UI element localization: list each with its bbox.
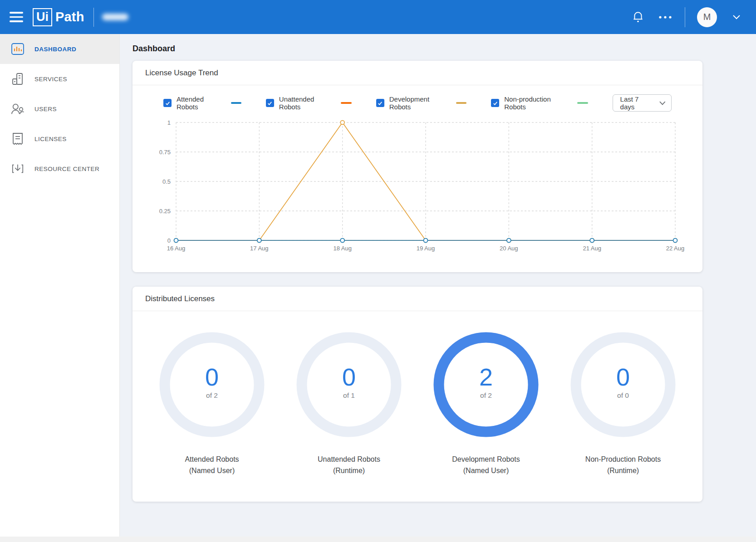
sidebar-item-label: RESOURCE CENTER	[34, 166, 99, 172]
svg-text:0.75: 0.75	[159, 149, 171, 156]
checkbox-checked-icon[interactable]	[491, 99, 499, 107]
page-title: Dashboard	[133, 44, 702, 54]
users-icon	[11, 102, 25, 116]
legend-color-dash	[577, 102, 588, 104]
more-options-ellipsis-icon[interactable]	[658, 10, 673, 25]
legend-label: Non-production Robots	[504, 95, 572, 111]
legend-color-dash	[341, 102, 351, 104]
uipath-logo[interactable]: Ui Path	[33, 8, 84, 26]
sidebar-item-dashboard[interactable]: DASHBOARD	[0, 34, 119, 64]
license-usage-chart: 00.250.50.75116 Aug17 Aug18 Aug19 Aug20 …	[133, 112, 702, 272]
svg-text:21 Aug: 21 Aug	[583, 245, 601, 252]
date-range-select[interactable]: Last 7 days	[613, 94, 672, 112]
user-avatar[interactable]: M	[697, 7, 717, 27]
svg-text:0: 0	[167, 237, 171, 244]
gauge-total-label: of 2	[206, 391, 218, 400]
license-gauge-unattended-robots: 0 of 1 Unattended Robots(Runtime)	[283, 332, 415, 476]
bar-chart-icon	[11, 42, 25, 56]
gauge-label: Unattended Robots(Runtime)	[318, 454, 380, 476]
chart-legend: Attended Robots Unattended Robots Develo…	[133, 85, 702, 112]
sidebar-item-label: LICENSES	[34, 136, 67, 142]
gauge-used-count: 0	[342, 364, 356, 390]
checkbox-checked-icon[interactable]	[376, 99, 384, 107]
gauge-label: Non-Production Robots(Runtime)	[585, 454, 661, 476]
legend-color-dash	[231, 102, 241, 104]
sidebar-item-resource-center[interactable]: RESOURCE CENTER	[0, 154, 119, 184]
sidebar-item-users[interactable]: USERS	[0, 94, 119, 124]
svg-text:20 Aug: 20 Aug	[500, 245, 518, 252]
tenant-name-redacted	[102, 14, 128, 20]
license-gauge-attended-robots: 0 of 2 Attended Robots(Named User)	[146, 332, 278, 476]
hamburger-menu-icon[interactable]	[0, 0, 33, 34]
legend-item-attended-robots[interactable]: Attended Robots	[163, 95, 241, 111]
svg-text:1: 1	[167, 119, 171, 126]
svg-text:19 Aug: 19 Aug	[417, 245, 435, 252]
gauge-label: Attended Robots(Named User)	[185, 454, 239, 476]
sidebar-item-label: USERS	[34, 106, 57, 112]
svg-text:0.5: 0.5	[162, 178, 171, 185]
legend-label: Unattended Robots	[279, 95, 336, 111]
gauge-total-label: of 1	[343, 391, 355, 400]
legend-label: Development Robots	[389, 95, 451, 111]
main-content: Dashboard License Usage Trend Attended R…	[120, 34, 756, 537]
gauge-used-count: 0	[616, 364, 630, 390]
line-chart: 00.250.50.75116 Aug17 Aug18 Aug19 Aug20 …	[144, 115, 687, 258]
bottom-strip	[0, 537, 756, 542]
gauge-used-count: 0	[205, 364, 219, 390]
sidebar-item-label: DASHBOARD	[34, 46, 76, 53]
gauge-label: Development Robots(Named User)	[452, 454, 520, 476]
account-chevron-down-icon[interactable]	[729, 10, 744, 25]
license-gauge-development-robots: 2 of 2 Development Robots(Named User)	[420, 332, 552, 476]
gauge-total-label: of 2	[480, 391, 492, 400]
license-usage-trend-card: License Usage Trend Attended Robots Unat…	[133, 61, 702, 272]
checkbox-checked-icon[interactable]	[163, 99, 172, 107]
services-icon	[11, 72, 25, 86]
select-chevron-down-icon	[659, 101, 666, 105]
logo-box: Ui	[33, 8, 52, 26]
licenses-icon	[11, 132, 25, 146]
svg-text:22 Aug: 22 Aug	[666, 245, 685, 252]
svg-text:18 Aug: 18 Aug	[333, 245, 352, 252]
distributed-licenses-card: Distributed Licenses 0 of 2 Attended Rob…	[133, 287, 702, 502]
sidebar-nav: DASHBOARD SERVICES USERS LICENSES RESOUR…	[0, 34, 120, 542]
legend-color-dash	[456, 102, 466, 104]
card-title-license-usage-trend: License Usage Trend	[145, 68, 218, 78]
sidebar-item-services[interactable]: SERVICES	[0, 64, 119, 94]
legend-item-development-robots[interactable]: Development Robots	[376, 95, 467, 111]
legend-label: Attended Robots	[177, 95, 226, 111]
license-gauges: 0 of 2 Attended Robots(Named User) 0 of …	[133, 311, 702, 502]
logo-text: Path	[55, 10, 84, 24]
gauge-total-label: of 0	[617, 391, 629, 400]
gauge-used-count: 2	[479, 364, 493, 390]
card-title-distributed-licenses: Distributed Licenses	[145, 294, 215, 303]
date-range-value: Last 7 days	[620, 95, 654, 111]
svg-text:17 Aug: 17 Aug	[250, 245, 269, 252]
header-divider	[93, 8, 94, 27]
checkbox-checked-icon[interactable]	[266, 99, 274, 107]
svg-text:0.25: 0.25	[159, 208, 171, 215]
sidebar-item-label: SERVICES	[34, 76, 67, 83]
legend-item-non-production-robots[interactable]: Non-production Robots	[491, 95, 588, 111]
top-header: Ui Path M	[0, 0, 756, 34]
notifications-bell-icon[interactable]	[630, 10, 646, 25]
license-gauge-non-production-robots: 0 of 0 Non-Production Robots(Runtime)	[557, 332, 689, 476]
legend-item-unattended-robots[interactable]: Unattended Robots	[266, 95, 352, 111]
svg-text:16 Aug: 16 Aug	[167, 245, 186, 252]
download-icon	[11, 162, 25, 176]
header-divider	[685, 7, 685, 27]
sidebar-item-licenses[interactable]: LICENSES	[0, 124, 119, 154]
